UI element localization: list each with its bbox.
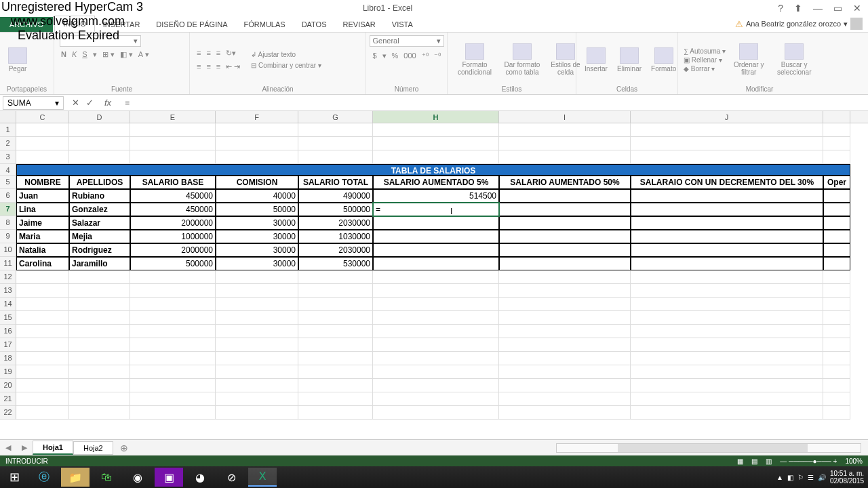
row-header[interactable]: 2 bbox=[0, 137, 16, 150]
tray-network-icon[interactable]: ☰ bbox=[808, 474, 814, 481]
taskbar-hp[interactable]: ⊘ bbox=[217, 468, 245, 487]
align-right[interactable]: ≡ bbox=[215, 62, 222, 72]
col-header[interactable]: C bbox=[16, 111, 69, 123]
row-header[interactable]: 11 bbox=[0, 257, 16, 270]
col-header[interactable]: G bbox=[298, 111, 373, 123]
taskbar-app2[interactable]: ▣ bbox=[155, 468, 183, 487]
tab-vista[interactable]: VISTA bbox=[384, 17, 421, 32]
view-pagebreak[interactable]: ▥ bbox=[766, 458, 772, 465]
formula-input[interactable]: = bbox=[121, 97, 868, 109]
cell[interactable] bbox=[373, 216, 499, 230]
zoom-slider[interactable]: — ─────●─── + bbox=[780, 458, 837, 465]
col-header[interactable]: I bbox=[499, 111, 631, 123]
row-header[interactable]: 10 bbox=[0, 243, 16, 257]
cell[interactable] bbox=[373, 230, 499, 243]
taskbar-ie[interactable]: ⓔ bbox=[30, 468, 58, 487]
tab-datos[interactable]: DATOS bbox=[294, 17, 335, 32]
tab-inicio[interactable]: INICIO bbox=[54, 16, 95, 32]
font-family[interactable]: ▾ bbox=[60, 35, 141, 47]
sheet-nav-next[interactable]: ▶ bbox=[16, 443, 33, 452]
row-header[interactable]: 15 bbox=[0, 311, 16, 325]
taskbar-explorer[interactable]: 📁 bbox=[61, 468, 90, 487]
paste-button[interactable]: Pegar bbox=[5, 46, 30, 74]
active-cell[interactable]: =I bbox=[373, 203, 499, 216]
tab-revisar[interactable]: REVISAR bbox=[335, 17, 384, 32]
cell[interactable] bbox=[373, 257, 499, 270]
col-header[interactable]: J bbox=[631, 111, 823, 123]
conditional-format-button[interactable]: Formato condicional bbox=[453, 42, 496, 77]
number-format[interactable]: General▾ bbox=[370, 35, 444, 47]
start-button[interactable]: ⊞ bbox=[1, 468, 27, 487]
taskbar-chrome[interactable]: ◕ bbox=[186, 468, 214, 487]
row-header[interactable]: 18 bbox=[0, 352, 16, 365]
row-header[interactable]: 13 bbox=[0, 284, 16, 298]
col-header[interactable] bbox=[823, 111, 850, 123]
col-header[interactable]: E bbox=[130, 111, 216, 123]
row-header[interactable]: 9 bbox=[0, 230, 16, 243]
insert-cells-button[interactable]: Insertar bbox=[582, 46, 610, 74]
row-header[interactable]: 4 bbox=[0, 164, 16, 176]
row-header[interactable]: 14 bbox=[0, 298, 16, 311]
taskbar-app1[interactable]: ◉ bbox=[123, 468, 152, 487]
tab-formulas[interactable]: FÓRMULAS bbox=[236, 17, 294, 32]
col-header[interactable]: F bbox=[216, 111, 298, 123]
taskbar-clock[interactable]: 10:51 a. m.02/08/2015 bbox=[830, 470, 864, 485]
restore-button[interactable]: ▭ bbox=[831, 3, 845, 14]
taskbar-excel[interactable]: X bbox=[248, 468, 277, 487]
delete-cells-button[interactable]: Eliminar bbox=[614, 46, 644, 74]
col-header[interactable]: H bbox=[373, 111, 499, 123]
decrease-decimal[interactable]: ⁻⁰ bbox=[433, 51, 442, 61]
row-header[interactable]: 5 bbox=[0, 176, 16, 189]
italic-button[interactable]: K bbox=[71, 49, 78, 60]
cell[interactable]: 514500 bbox=[373, 189, 499, 203]
sheet-tab-hoja1[interactable]: Hoja1 bbox=[33, 441, 73, 455]
spreadsheet-grid[interactable]: C D E F G H I J 1 2 3 4TABLA DE SALARIOS… bbox=[0, 111, 868, 420]
accept-formula[interactable]: ✓ bbox=[86, 98, 94, 108]
row-header[interactable]: 3 bbox=[0, 150, 16, 164]
underline-button[interactable]: S bbox=[81, 49, 88, 60]
add-sheet-button[interactable]: ⊕ bbox=[113, 443, 135, 453]
row-header[interactable]: 20 bbox=[0, 379, 16, 392]
currency-button[interactable]: $ bbox=[371, 51, 378, 61]
font-color-button[interactable]: A ▾ bbox=[137, 49, 151, 60]
close-button[interactable]: ✕ bbox=[850, 3, 864, 14]
tab-archivo[interactable]: ARCHIVO bbox=[0, 17, 53, 32]
horizontal-scrollbar[interactable] bbox=[556, 443, 861, 453]
col-header[interactable]: D bbox=[69, 111, 130, 123]
sort-filter-button[interactable]: Ordenar y filtrar bbox=[730, 42, 768, 77]
tray-volume-icon[interactable]: 🔊 bbox=[818, 474, 826, 481]
thousands-button[interactable]: 000 bbox=[402, 51, 417, 61]
align-top[interactable]: ≡ bbox=[195, 48, 202, 58]
fill-button[interactable]: ▣ Rellenar ▾ bbox=[684, 56, 726, 64]
row-header[interactable]: 1 bbox=[0, 123, 16, 137]
tray-action-icon[interactable]: ⚐ bbox=[797, 474, 804, 481]
align-bottom[interactable]: ≡ bbox=[215, 48, 222, 58]
wrap-text-button[interactable]: ↲ Ajustar texto bbox=[251, 51, 321, 58]
view-normal[interactable]: ▦ bbox=[737, 458, 743, 465]
sheet-tab-hoja2[interactable]: Hoja2 bbox=[73, 441, 113, 455]
tab-diseno[interactable]: DISEÑO DE PÁGINA bbox=[148, 17, 235, 32]
view-layout[interactable]: ▤ bbox=[751, 458, 757, 465]
account-user[interactable]: ⚠ Ana Beatriz gonzález orozco ▾ bbox=[730, 16, 868, 32]
row-header[interactable]: 7 bbox=[0, 203, 16, 216]
increase-decimal[interactable]: ⁺⁰ bbox=[420, 51, 430, 61]
table-title[interactable]: TABLA DE SALARIOS bbox=[16, 164, 850, 176]
sheet-nav-prev[interactable]: ◀ bbox=[0, 443, 16, 452]
row-header[interactable]: 17 bbox=[0, 338, 16, 352]
name-box[interactable]: SUMA▾ bbox=[3, 96, 64, 110]
help-button[interactable]: ? bbox=[775, 3, 786, 14]
align-middle[interactable]: ≡ bbox=[205, 48, 212, 58]
zoom-level[interactable]: 100% bbox=[845, 458, 863, 465]
cell[interactable] bbox=[373, 243, 499, 257]
row-header[interactable]: 12 bbox=[0, 270, 16, 284]
row-header[interactable]: 22 bbox=[0, 406, 16, 420]
bold-button[interactable]: N bbox=[60, 49, 68, 60]
taskbar-store[interactable]: 🛍 bbox=[92, 468, 121, 487]
fx-button[interactable]: fx bbox=[100, 98, 115, 108]
fill-color-button[interactable]: ◧ ▾ bbox=[119, 49, 134, 60]
row-header[interactable]: 8 bbox=[0, 216, 16, 230]
autosum-button[interactable]: ∑ Autosuma ▾ bbox=[684, 47, 726, 55]
tray-up-icon[interactable]: ▲ bbox=[776, 474, 783, 481]
align-center[interactable]: ≡ bbox=[205, 62, 212, 72]
align-left[interactable]: ≡ bbox=[195, 62, 202, 72]
